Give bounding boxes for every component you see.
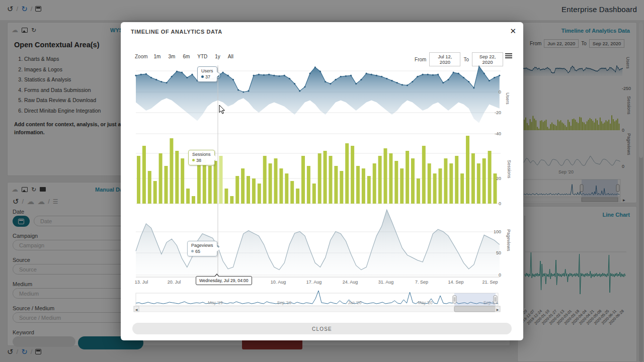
navigator-handle[interactable]	[494, 296, 497, 303]
sessions-bar[interactable]	[324, 151, 327, 204]
sessions-bar[interactable]	[455, 156, 458, 204]
sessions-bar[interactable]	[170, 138, 173, 204]
navigator-handle[interactable]	[453, 296, 456, 303]
navigator-selection[interactable]	[454, 293, 496, 306]
zoom-button-3m[interactable]: 3m	[167, 53, 177, 60]
navigator-series[interactable]	[136, 291, 498, 304]
zoom-button-ytd[interactable]: YTD	[196, 53, 209, 60]
sessions-bar[interactable]	[444, 158, 447, 204]
zoom-label: Zoom	[135, 54, 148, 59]
from-date-input[interactable]: Jul 12, 2020	[429, 52, 460, 66]
svg-text:20: 20	[496, 176, 501, 181]
sessions-bar[interactable]	[460, 173, 464, 204]
sessions-bar[interactable]	[334, 166, 338, 204]
sessions-bar[interactable]	[142, 146, 146, 204]
sessions-bar[interactable]	[137, 156, 140, 204]
sessions-bar[interactable]	[296, 189, 299, 204]
sessions-bar[interactable]	[290, 181, 294, 204]
series-dot	[201, 75, 204, 78]
sessions-bar[interactable]	[241, 168, 245, 204]
tooltip-series-name: Sessions	[192, 152, 211, 157]
sessions-bar[interactable]	[214, 161, 217, 204]
sessions-bar[interactable]	[235, 176, 239, 204]
sessions-bar[interactable]	[482, 158, 486, 204]
sessions-bar[interactable]	[411, 158, 415, 204]
to-date-input[interactable]: Sep 22, 2020	[472, 52, 503, 66]
sessions-bar[interactable]	[345, 143, 349, 204]
sessions-bar[interactable]	[477, 163, 480, 204]
sessions-bar[interactable]	[153, 181, 157, 204]
sessions-bar[interactable]	[433, 173, 437, 204]
sessions-bar[interactable]	[406, 151, 409, 204]
sessions-bar[interactable]	[274, 158, 278, 204]
sessions-bar[interactable]	[224, 189, 228, 204]
sessions-bar[interactable]	[159, 153, 163, 204]
sessions-bar[interactable]	[312, 184, 316, 204]
sessions-bar[interactable]	[192, 196, 195, 204]
svg-text:0: 0	[499, 273, 501, 278]
sessions-bar[interactable]	[488, 151, 492, 204]
sessions-bar[interactable]	[351, 146, 354, 204]
svg-text:17. Aug: 17. Aug	[306, 280, 322, 285]
svg-text:100: 100	[494, 229, 501, 234]
svg-text:50: 50	[496, 250, 501, 255]
sessions-bar[interactable]	[340, 171, 343, 204]
sessions-bar[interactable]	[439, 168, 442, 204]
sessions-bar[interactable]	[307, 166, 310, 204]
hamburger-menu-icon[interactable]	[505, 52, 512, 59]
zoom-button-6m[interactable]: 6m	[181, 53, 191, 60]
timeline-stock-chart[interactable]: 0-20-40200100500UsersSessionsPageviews13…	[121, 22, 523, 340]
chart-scrollbar-thumb[interactable]	[454, 306, 496, 312]
to-label: To	[463, 57, 469, 62]
zoom-button-1m[interactable]: 1m	[152, 53, 163, 60]
sessions-bar[interactable]	[400, 168, 404, 204]
sessions-bar[interactable]	[367, 176, 371, 204]
sessions-bar[interactable]	[219, 156, 223, 204]
svg-text:7. Sep: 7. Sep	[415, 280, 428, 285]
svg-text:◀: ◀	[135, 308, 138, 311]
sessions-bar[interactable]	[384, 148, 387, 204]
sessions-bar[interactable]	[197, 161, 201, 204]
zoom-button-all[interactable]: All	[226, 53, 235, 60]
sessions-bar[interactable]	[417, 178, 420, 204]
svg-text:Users: Users	[505, 93, 510, 105]
sessions-bar[interactable]	[373, 163, 376, 204]
sessions-bar[interactable]	[471, 153, 475, 204]
sessions-bar[interactable]	[449, 163, 453, 204]
zoom-button-1y[interactable]: 1y	[213, 53, 222, 60]
sessions-bar[interactable]	[466, 136, 469, 204]
sessions-bar[interactable]	[301, 156, 305, 204]
close-button[interactable]: CLOSE	[132, 323, 512, 334]
sessions-bar[interactable]	[258, 184, 261, 204]
sessions-bar[interactable]	[247, 176, 250, 204]
users-area[interactable]	[136, 66, 500, 123]
sessions-bar[interactable]	[165, 166, 168, 204]
sessions-bar[interactable]	[428, 163, 431, 204]
sessions-bar[interactable]	[181, 158, 184, 204]
sessions-bar[interactable]	[329, 156, 333, 204]
sessions-bar[interactable]	[318, 153, 321, 204]
sessions-bar[interactable]	[186, 189, 190, 204]
sessions-bar[interactable]	[394, 161, 398, 204]
sessions-bar[interactable]	[208, 166, 212, 204]
sessions-bar[interactable]	[362, 168, 365, 204]
svg-text:0: 0	[499, 201, 501, 206]
tooltip-series-name: Users	[201, 68, 213, 73]
sessions-bar[interactable]	[263, 156, 267, 204]
sessions-bar[interactable]	[252, 178, 256, 204]
chart-scrollbar-track[interactable]	[139, 306, 495, 312]
svg-text:Pageviews: Pageviews	[506, 229, 511, 251]
svg-text:-40: -40	[495, 131, 501, 136]
svg-text:24. Aug: 24. Aug	[343, 280, 358, 285]
sessions-bar[interactable]	[175, 151, 179, 204]
sessions-bar[interactable]	[389, 153, 392, 204]
sessions-bar[interactable]	[378, 156, 382, 204]
sessions-bar[interactable]	[269, 163, 272, 204]
sessions-bar[interactable]	[356, 166, 360, 204]
from-label: From	[415, 57, 426, 62]
sessions-bar[interactable]	[148, 171, 151, 204]
sessions-bar[interactable]	[279, 168, 283, 204]
sessions-bar[interactable]	[230, 196, 233, 204]
sessions-bar[interactable]	[285, 173, 288, 204]
sessions-bar[interactable]	[422, 146, 426, 204]
